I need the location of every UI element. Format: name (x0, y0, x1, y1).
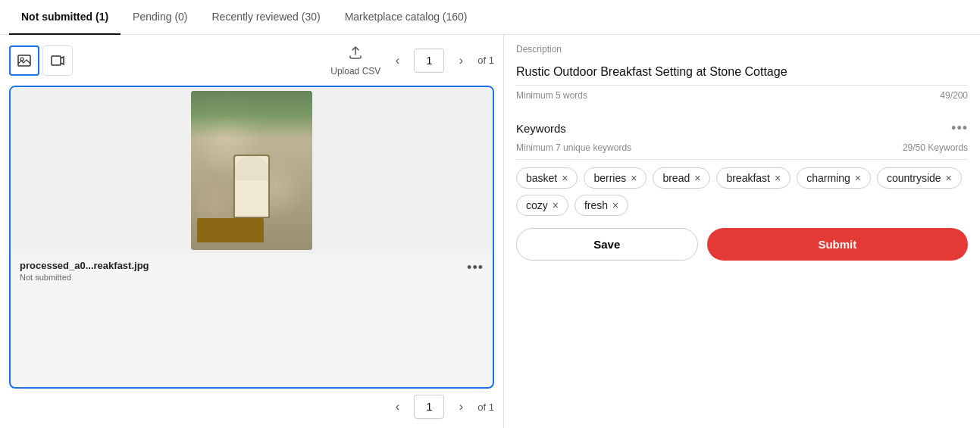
keywords-header: Keywords ••• (516, 120, 968, 136)
tab-pending[interactable]: Pending (0) (121, 0, 199, 35)
upload-csv-button[interactable]: Upload CSV (330, 44, 380, 77)
upload-csv-label: Upload CSV (330, 66, 380, 77)
tab-not-submitted[interactable]: Not submitted (1) (9, 0, 121, 35)
description-hint-right: 49/200 (940, 90, 968, 101)
submit-button[interactable]: Submit (707, 228, 968, 261)
keyword-label-bread: bread (662, 172, 690, 184)
description-section: Description Rustic Outdoor Breakfast Set… (516, 44, 968, 105)
keyword-label-berries: berries (593, 172, 626, 184)
tab-marketplace-catalog[interactable]: Marketplace catalog (160) (333, 0, 480, 35)
keyword-remove-fresh[interactable]: × (612, 200, 618, 211)
toolbar-right: Upload CSV ‹ › of 1 (330, 44, 494, 77)
keyword-label-basket: basket (526, 172, 557, 184)
top-pagination: ‹ › of 1 (387, 48, 494, 73)
video-view-button[interactable] (42, 45, 73, 76)
keyword-tag-basket: basket× (516, 167, 578, 189)
tabs-bar: Not submitted (1) Pending (0) Recently r… (0, 0, 980, 35)
card-info: processed_a0...reakfast.jpg Not submitte… (11, 254, 493, 288)
keyword-remove-charming[interactable]: × (855, 173, 861, 183)
keywords-container: basket×berries×bread×breakfast×charming×… (516, 167, 968, 216)
keywords-section: Keywords ••• Minimum 7 unique keywords 2… (516, 120, 968, 216)
view-toggle (9, 45, 73, 76)
card-image (191, 91, 312, 250)
keyword-tag-countryside: countryside× (877, 167, 962, 189)
image-view-button[interactable] (9, 45, 39, 76)
actions-row: Save Submit (516, 228, 968, 261)
image-card[interactable]: processed_a0...reakfast.jpg Not submitte… (9, 86, 494, 389)
keywords-label: Keywords (516, 122, 566, 135)
toolbar: Upload CSV ‹ › of 1 (9, 44, 494, 77)
card-menu-button[interactable]: ••• (467, 260, 484, 276)
keyword-remove-countryside[interactable]: × (946, 173, 952, 183)
keyword-remove-berries[interactable]: × (631, 173, 637, 183)
keywords-hint: Minimum 7 unique keywords 29/50 Keywords (516, 139, 968, 160)
prev-page-button[interactable]: ‹ (387, 50, 408, 71)
keyword-tag-cozy: cozy× (516, 195, 568, 216)
keyword-remove-basket[interactable]: × (562, 173, 568, 183)
bottom-prev-page-button[interactable]: ‹ (387, 396, 408, 417)
save-button[interactable]: Save (516, 228, 698, 261)
description-hint-left: Minimum 5 words (516, 90, 587, 101)
next-page-button[interactable]: › (450, 50, 471, 71)
page-input[interactable] (414, 48, 444, 73)
keyword-remove-breakfast[interactable]: × (775, 173, 781, 183)
card-status: Not submitted (20, 273, 149, 282)
keyword-label-breakfast: breakfast (726, 172, 770, 184)
bottom-page-input[interactable] (414, 395, 444, 419)
keywords-hint-right: 29/50 Keywords (903, 142, 968, 153)
page-of: of 1 (477, 55, 494, 66)
svg-rect-0 (18, 55, 30, 66)
tab-recently-reviewed[interactable]: Recently reviewed (30) (200, 0, 333, 35)
keyword-label-fresh: fresh (584, 199, 608, 211)
description-hint: Minimum 5 words 49/200 (516, 86, 968, 105)
keyword-label-cozy: cozy (526, 199, 548, 211)
keyword-tag-breakfast: breakfast× (716, 167, 791, 189)
keyword-remove-bread[interactable]: × (694, 173, 700, 183)
card-filename: processed_a0...reakfast.jpg (20, 260, 149, 271)
keywords-menu-button[interactable]: ••• (951, 120, 968, 136)
bottom-pagination: ‹ › of 1 (9, 389, 494, 419)
keyword-tag-fresh: fresh× (575, 195, 628, 216)
bottom-page-of: of 1 (477, 401, 494, 413)
bottom-next-page-button[interactable]: › (450, 396, 471, 417)
keywords-hint-left: Minimum 7 unique keywords (516, 142, 631, 153)
left-panel: Upload CSV ‹ › of 1 (0, 35, 504, 428)
right-panel: Description Rustic Outdoor Breakfast Set… (504, 35, 980, 428)
card-text: processed_a0...reakfast.jpg Not submitte… (20, 260, 149, 282)
keyword-label-countryside: countryside (887, 172, 941, 184)
keyword-tag-bread: bread× (653, 167, 710, 189)
card-image-area (11, 87, 493, 254)
svg-point-1 (20, 58, 23, 61)
description-section-label: Description (516, 44, 968, 55)
upload-icon (347, 44, 364, 64)
keyword-tag-berries: berries× (584, 167, 647, 189)
keyword-tag-charming: charming× (797, 167, 871, 189)
keyword-remove-cozy[interactable]: × (553, 200, 559, 211)
svg-rect-2 (52, 56, 61, 65)
description-text: Rustic Outdoor Breakfast Setting at Ston… (516, 59, 968, 86)
keyword-label-charming: charming (806, 172, 850, 184)
